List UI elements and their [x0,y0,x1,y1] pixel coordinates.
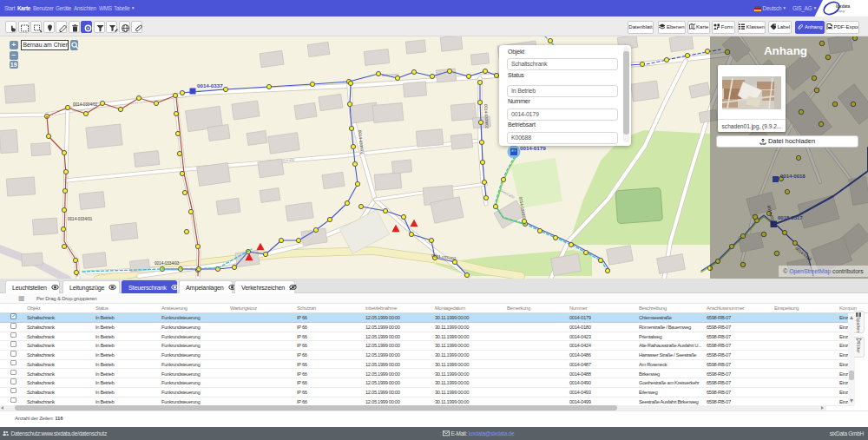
svg-text:0014-0179: 0014-0179 [520,145,546,151]
svg-text:.easy: .easy [836,9,845,13]
svg-text:0014-0334/02: 0014-0334/02 [73,102,98,107]
svg-text:0014-0334/03: 0014-0334/03 [155,261,180,266]
svg-text:0014-0337: 0014-0337 [197,82,223,89]
svg-text:0014-0334/01: 0014-0334/01 [68,217,93,221]
